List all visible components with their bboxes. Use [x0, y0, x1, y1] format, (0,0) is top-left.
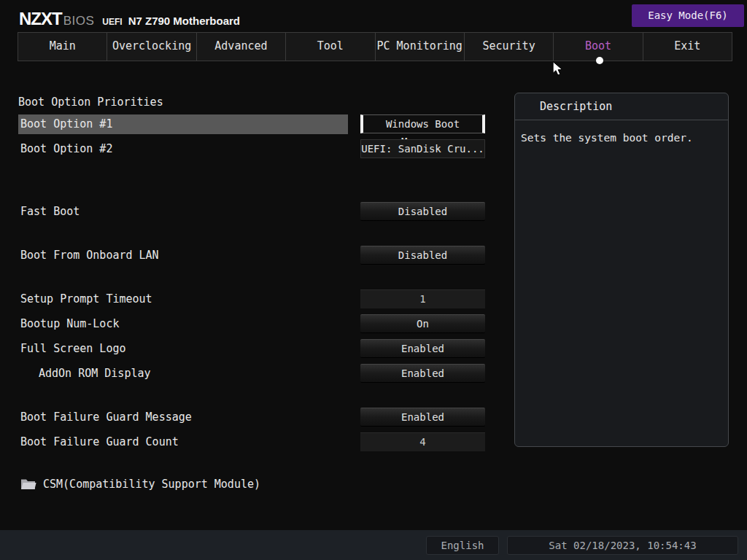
firmware-label: UEFI — [102, 17, 122, 27]
active-tab-indicator — [596, 57, 603, 64]
boot-option-2-value[interactable]: UEFI: SanDisk Cru... — [360, 139, 485, 158]
description-panel: Description Sets the system boot order. — [514, 93, 729, 447]
status-bar: English Sat 02/18/2023, 10:54:43 — [0, 530, 747, 560]
setting-row-setup-prompt-timeout: Setup Prompt Timeout 1 — [0, 289, 511, 309]
boot-from-lan-value[interactable]: Disabled — [360, 246, 485, 265]
tab-exit[interactable]: Exit — [643, 33, 732, 61]
tab-advanced[interactable]: Advanced — [196, 33, 285, 61]
boot-failure-guard-count-value[interactable]: 4 — [360, 432, 485, 451]
description-title: Description — [515, 93, 728, 120]
description-text: Sets the system boot order. — [515, 120, 728, 155]
tab-main[interactable]: Main — [18, 33, 107, 61]
mouse-cursor — [551, 61, 565, 76]
folder-icon — [20, 478, 36, 490]
tab-security[interactable]: Security — [464, 33, 553, 61]
full-screen-logo-value[interactable]: Enabled — [360, 339, 485, 358]
addon-rom-display-value[interactable]: Enabled — [360, 364, 485, 383]
setting-row-full-screen-logo: Full Screen Logo Enabled — [0, 339, 511, 359]
setting-label[interactable]: Bootup Num-Lock — [18, 314, 348, 334]
setting-label[interactable]: Full Screen Logo — [18, 339, 348, 359]
boot-failure-guard-message-value[interactable]: Enabled — [360, 408, 485, 427]
tab-tool[interactable]: Tool — [285, 33, 374, 61]
setting-label[interactable]: AddOn ROM Display — [18, 364, 348, 384]
setting-row-boot-option-1: Boot Option #1 Windows Boot Mana... — [0, 114, 511, 134]
datetime-display: Sat 02/18/2023, 10:54:43 — [507, 536, 738, 555]
submenu-label: CSM(Compatibility Support Module) — [43, 474, 260, 494]
bootup-num-lock-value[interactable]: On — [360, 314, 485, 333]
setting-label[interactable]: Setup Prompt Timeout — [18, 289, 348, 309]
brand-lockup: NZXT BIOS UEFI N7 Z790 Motherboard — [19, 9, 240, 29]
setting-row-addon-rom-display: AddOn ROM Display Enabled — [0, 364, 511, 384]
setting-label[interactable]: Fast Boot — [18, 202, 348, 222]
easy-mode-button[interactable]: Easy Mode(F6) — [632, 4, 744, 27]
board-name: N7 Z790 Motherboard — [128, 15, 240, 27]
fast-boot-value[interactable]: Disabled — [360, 202, 485, 221]
setting-row-boot-failure-guard-count: Boot Failure Guard Count 4 — [0, 432, 511, 452]
boot-option-1-value[interactable]: Windows Boot Mana... — [360, 114, 485, 133]
setup-prompt-timeout-value[interactable]: 1 — [360, 289, 485, 308]
setting-label[interactable]: Boot Failure Guard Count — [18, 432, 348, 452]
brand-name: NZXT — [19, 9, 62, 29]
setting-row-boot-from-lan: Boot From Onboard LAN Disabled — [0, 246, 511, 265]
setting-label[interactable]: Boot Failure Guard Message — [18, 408, 348, 427]
language-selector[interactable]: English — [426, 536, 499, 555]
brand-suffix: BIOS — [63, 14, 95, 28]
setting-label[interactable]: Boot Option #1 — [18, 114, 348, 134]
setting-row-fast-boot: Fast Boot Disabled — [0, 202, 511, 222]
setting-row-bootup-num-lock: Bootup Num-Lock On — [0, 314, 511, 334]
tab-pc-monitoring[interactable]: PC Monitoring — [375, 33, 464, 61]
setting-label[interactable]: Boot Option #2 — [18, 139, 348, 159]
submenu-csm[interactable]: CSM(Compatibility Support Module) — [20, 474, 260, 494]
tab-bar: Main Overclocking Advanced Tool PC Monit… — [18, 32, 732, 61]
section-title: Boot Option Priorities — [18, 93, 163, 112]
setting-label[interactable]: Boot From Onboard LAN — [18, 246, 348, 265]
setting-row-boot-option-2: Boot Option #2 UEFI: SanDisk Cru... — [0, 139, 511, 159]
bios-screen: NZXT BIOS UEFI N7 Z790 Motherboard Easy … — [0, 0, 747, 560]
tab-overclocking[interactable]: Overclocking — [107, 33, 196, 61]
setting-row-boot-failure-guard-message: Boot Failure Guard Message Enabled — [0, 408, 511, 427]
